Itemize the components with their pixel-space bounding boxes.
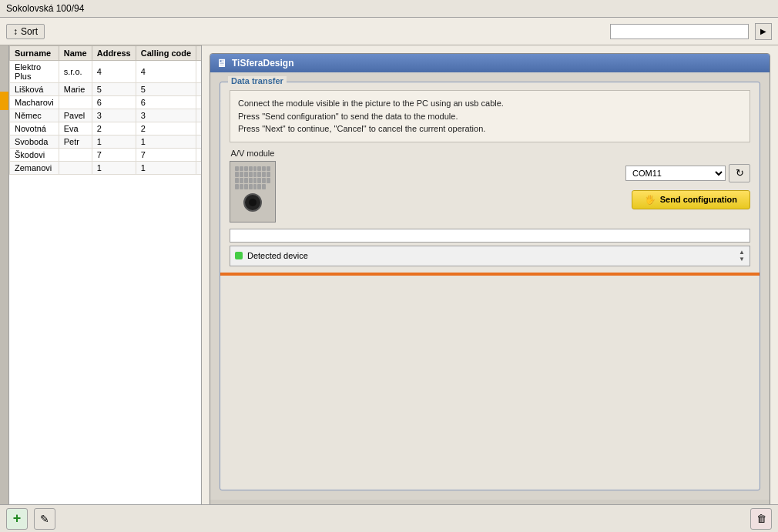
- cell-calling_code: 3: [136, 109, 196, 122]
- group-content: Connect the module visible in the pictur…: [230, 90, 750, 480]
- cell-address: 7: [92, 149, 136, 162]
- col-surname[interactable]: Surname: [10, 46, 59, 61]
- cell-name: [59, 162, 92, 175]
- cell-surname: Svoboda: [10, 136, 59, 149]
- dialog-titlebar: 🖥 TiSferaDesign: [210, 54, 770, 72]
- dialog: 🖥 TiSferaDesign Data transfer Connect th…: [210, 53, 770, 532]
- table-area: Surname Name Address Calling code BFA El…: [9, 45, 202, 532]
- col-name[interactable]: Name: [59, 46, 92, 61]
- detected-device-row: Detected device ▲ ▼: [230, 246, 750, 266]
- col-calling-code[interactable]: Calling code: [136, 46, 196, 61]
- cell-surname: Elektro Plus: [10, 61, 59, 83]
- add-icon: +: [13, 510, 22, 527]
- delete-icon: 🗑: [756, 513, 766, 524]
- delete-button[interactable]: 🗑: [750, 508, 772, 530]
- cell-bfa: [196, 149, 202, 162]
- cell-address: 5: [92, 83, 136, 96]
- right-panel: 🖥 TiSferaDesign Data transfer Connect th…: [202, 45, 778, 532]
- orange-separator: [220, 273, 760, 276]
- cell-calling_code: 7: [136, 149, 196, 162]
- sort-button[interactable]: ↕ Sort: [6, 24, 45, 39]
- cell-address: 1: [92, 162, 136, 175]
- edit-button[interactable]: ✎: [34, 508, 55, 530]
- cell-bfa: _/_/_: [196, 61, 202, 83]
- dialog-body: Data transfer Connect the module visible…: [210, 72, 770, 500]
- send-icon: 🖐: [645, 195, 656, 205]
- module-label: A/V module: [231, 149, 275, 158]
- cell-name: Petr: [59, 136, 92, 149]
- cell-name: Pavel: [59, 109, 92, 122]
- com-section: COM11 ↻ 🖐 Send configuration: [291, 149, 750, 209]
- table-row[interactable]: Škodovi77: [10, 149, 203, 162]
- table-row[interactable]: SvobodaPetr11: [10, 136, 203, 149]
- cell-surname: Škodovi: [10, 149, 59, 162]
- edit-icon: ✎: [40, 513, 49, 525]
- scroll-down-arrow[interactable]: ▼: [739, 256, 745, 263]
- table-row[interactable]: Elektro Pluss.r.o.44_/_/_: [10, 61, 203, 83]
- data-transfer-group: Data transfer Connect the module visible…: [220, 82, 760, 490]
- search-input[interactable]: [610, 24, 749, 39]
- table-row[interactable]: LiškováMarie55: [10, 83, 203, 96]
- add-button[interactable]: +: [6, 508, 28, 530]
- cell-name: [59, 96, 92, 109]
- cell-bfa: [196, 96, 202, 109]
- module-image: [230, 161, 276, 223]
- cell-surname: Novotná: [10, 122, 59, 136]
- group-legend: Data transfer: [228, 76, 287, 85]
- module-camera-icon: [243, 193, 262, 212]
- scroll-arrows: ▲ ▼: [739, 249, 745, 263]
- table-row[interactable]: NovotnáEva22: [10, 122, 203, 136]
- send-configuration-button[interactable]: 🖐 Send configuration: [632, 190, 750, 209]
- dialog-title: TiSferaDesign: [232, 58, 293, 69]
- cell-address: 2: [92, 122, 136, 136]
- bottom-toolbar: + ✎ 🗑: [0, 504, 778, 532]
- send-config-label: Send configuration: [660, 195, 737, 204]
- scroll-up-arrow[interactable]: ▲: [739, 249, 745, 256]
- instructions-box: Connect the module visible in the pictur…: [230, 90, 750, 142]
- module-box: A/V module: [230, 149, 276, 223]
- cell-bfa: [196, 136, 202, 149]
- col-bfa[interactable]: BFA: [196, 46, 202, 61]
- instruction-line3: Press "Next" to continue, "Cancel" to ca…: [238, 122, 742, 136]
- cell-name: [59, 149, 92, 162]
- refresh-button[interactable]: ↻: [729, 164, 750, 182]
- cell-calling_code: 2: [136, 122, 196, 136]
- col-address[interactable]: Address: [92, 46, 136, 61]
- table-row[interactable]: NěmecPavel33: [10, 109, 203, 122]
- sort-label: Sort: [21, 26, 38, 37]
- cell-bfa: [196, 83, 202, 96]
- module-grid: [235, 166, 270, 189]
- instruction-line2: Press "Send configuration" to send the d…: [238, 110, 742, 123]
- cell-calling_code: 5: [136, 83, 196, 96]
- table-row[interactable]: Macharovi66: [10, 96, 203, 109]
- cell-address: 1: [92, 136, 136, 149]
- contacts-table: Surname Name Address Calling code BFA El…: [9, 45, 202, 175]
- detected-device-label: Detected device: [247, 251, 308, 260]
- cell-surname: Lišková: [10, 83, 59, 96]
- cell-calling_code: 1: [136, 136, 196, 149]
- cell-surname: Macharovi: [10, 96, 59, 109]
- table-row[interactable]: Zemanovi11: [10, 162, 203, 175]
- cell-address: 4: [92, 61, 136, 83]
- content-area: Surname Name Address Calling code BFA El…: [0, 45, 778, 532]
- com-row: COM11 ↻: [625, 164, 750, 182]
- toolbar: ↕ Sort ▶: [0, 18, 778, 45]
- cell-calling_code: 1: [136, 162, 196, 175]
- progress-bar: [230, 229, 750, 243]
- com-port-select[interactable]: COM11: [625, 166, 726, 181]
- instruction-line1: Connect the module visible in the pictur…: [238, 97, 742, 110]
- cell-surname: Zemanovi: [10, 162, 59, 175]
- cell-calling_code: 4: [136, 61, 196, 83]
- app-window: Sokolovská 100/94 ↕ Sort ▶ Surname Name …: [0, 0, 778, 532]
- cell-address: 3: [92, 109, 136, 122]
- cell-name: Eva: [59, 122, 92, 136]
- progress-area: Detected device ▲ ▼: [230, 229, 750, 266]
- search-go-button[interactable]: ▶: [755, 23, 772, 40]
- left-indicator-bar: [0, 45, 9, 532]
- cell-calling_code: 6: [136, 96, 196, 109]
- cell-surname: Němec: [10, 109, 59, 122]
- module-com-row: A/V module: [230, 149, 750, 223]
- cell-address: 6: [92, 96, 136, 109]
- status-indicator: [235, 252, 243, 259]
- cell-bfa: [196, 109, 202, 122]
